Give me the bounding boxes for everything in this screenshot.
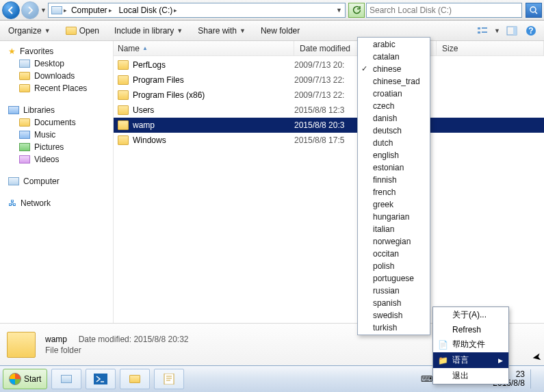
language-option[interactable]: french: [358, 186, 430, 198]
start-button[interactable]: Start: [3, 369, 47, 389]
new-folder-button[interactable]: New folder: [258, 24, 302, 38]
share-with-button[interactable]: Share with ▼: [195, 24, 248, 38]
computer-icon: [8, 177, 19, 185]
menu-about[interactable]: 关于(A)...: [433, 307, 508, 323]
language-option[interactable]: croatian: [358, 88, 430, 100]
nav-videos[interactable]: Videos: [3, 153, 110, 166]
file-row[interactable]: Windows2015/8/8 17:5: [114, 133, 544, 148]
view-dropdown-icon[interactable]: ▼: [494, 27, 500, 34]
forward-button[interactable]: [21, 1, 39, 19]
libraries-header[interactable]: Libraries: [3, 104, 110, 116]
language-option[interactable]: occitan: [358, 248, 430, 260]
newfolder-label: New folder: [261, 26, 300, 36]
taskbar-app-2[interactable]: [86, 369, 116, 389]
search-button[interactable]: [526, 3, 542, 18]
breadcrumb-dropdown[interactable]: ▼: [336, 7, 342, 14]
include-library-button[interactable]: Include in library ▼: [112, 24, 185, 38]
help-button[interactable]: ?: [523, 23, 539, 38]
language-option[interactable]: turkish: [358, 322, 430, 334]
language-option[interactable]: chinese_trad: [358, 75, 430, 88]
language-option[interactable]: greek: [358, 198, 430, 211]
language-option[interactable]: portuguese: [358, 272, 430, 285]
menu-language[interactable]: 📁 语言 ▶: [433, 352, 508, 368]
tray-keyboard-icon[interactable]: ⌨: [421, 374, 432, 384]
file-row[interactable]: Users2015/8/8 12:3: [114, 103, 544, 118]
file-name: Program Files: [133, 75, 184, 85]
breadcrumb-drive[interactable]: Local Disk (C:) ▸: [116, 5, 181, 15]
nav-downloads[interactable]: Downloads: [3, 70, 110, 82]
show-desktop-button[interactable]: [530, 369, 537, 389]
language-option[interactable]: russian: [358, 285, 430, 297]
column-size[interactable]: Size: [437, 41, 544, 55]
view-options-button[interactable]: [475, 23, 490, 38]
language-option[interactable]: chinese: [358, 63, 430, 75]
column-headers: Name ▲ Date modified Size: [114, 41, 544, 56]
app-icon: [61, 375, 72, 383]
organize-button[interactable]: Organize ▼: [5, 24, 53, 38]
nav-music[interactable]: Music: [3, 129, 110, 141]
nav-network[interactable]: 🖧 Network: [3, 197, 110, 209]
language-option[interactable]: catalan: [358, 51, 430, 63]
file-name: Users: [133, 105, 154, 115]
language-option[interactable]: arabic: [358, 38, 430, 51]
file-name: Program Files (x86): [133, 90, 205, 100]
language-option[interactable]: czech: [358, 100, 430, 112]
language-option[interactable]: spanish: [358, 297, 430, 309]
svg-rect-2: [478, 31, 480, 34]
notes-icon: [163, 374, 175, 384]
preview-pane-button[interactable]: [504, 23, 519, 38]
file-row[interactable]: PerfLogs2009/7/13 20:: [114, 57, 544, 73]
file-row[interactable]: Program Files2009/7/13 22:: [114, 73, 544, 88]
taskbar-app-4[interactable]: [154, 369, 184, 389]
file-row[interactable]: Program Files (x86)2009/7/13 22:: [114, 88, 544, 103]
videos-icon: [19, 155, 30, 164]
nav-desktop[interactable]: Desktop: [3, 57, 110, 70]
nav-history-dropdown[interactable]: ▼: [40, 7, 47, 14]
breadcrumb-drive-label: Local Disk (C:): [119, 5, 173, 15]
language-option[interactable]: norwegian: [358, 235, 430, 248]
file-row[interactable]: wamp2015/8/8 20:3: [114, 118, 544, 133]
breadcrumb-bar[interactable]: ▸ Computer ▸ Local Disk (C:) ▸ ▼: [48, 3, 346, 18]
menu-help[interactable]: 📄 帮助文件: [433, 337, 508, 352]
blank-icon: [437, 325, 448, 335]
drive-icon: [51, 6, 62, 14]
folder-icon: [118, 135, 129, 145]
language-option[interactable]: finnish: [358, 174, 430, 186]
back-button[interactable]: [2, 1, 20, 19]
open-button[interactable]: Open: [63, 24, 102, 38]
help-doc-icon: 📄: [437, 340, 448, 350]
menu-exit[interactable]: 退出: [433, 368, 508, 384]
powershell-icon: [94, 374, 107, 384]
libraries-label: Libraries: [23, 105, 55, 115]
tray-context-menu: 关于(A)... Refresh 📄 帮助文件 📁 语言 ▶ 退出: [432, 306, 509, 384]
nav-pictures[interactable]: Pictures: [3, 141, 110, 153]
language-option[interactable]: hungarian: [358, 211, 430, 223]
language-option[interactable]: dutch: [358, 137, 430, 149]
language-option[interactable]: deutsch: [358, 125, 430, 137]
details-folder-icon: [7, 332, 36, 358]
nav-computer[interactable]: Computer: [3, 175, 110, 187]
language-option[interactable]: swedish: [358, 309, 430, 322]
nav-recent-places[interactable]: Recent Places: [3, 82, 110, 94]
blank-icon: [437, 371, 448, 381]
taskbar-explorer[interactable]: [120, 369, 150, 389]
search-input[interactable]: Search Local Disk (C:): [366, 3, 522, 18]
refresh-button[interactable]: [348, 3, 365, 18]
nav-documents[interactable]: Documents: [3, 116, 110, 129]
music-icon: [19, 131, 30, 139]
language-option[interactable]: danish: [358, 112, 430, 125]
details-name: wamp: [45, 335, 67, 344]
chevron-icon: ▸: [109, 7, 112, 14]
root-chevron-icon[interactable]: ▸: [64, 7, 67, 14]
breadcrumb-computer[interactable]: Computer ▸: [68, 5, 115, 15]
taskbar-app-1[interactable]: [51, 369, 81, 389]
language-option[interactable]: italian: [358, 223, 430, 235]
column-name[interactable]: Name ▲: [114, 41, 294, 55]
submenu-arrow-icon: ▶: [498, 357, 503, 364]
menu-refresh[interactable]: Refresh: [433, 323, 508, 337]
language-option[interactable]: english: [358, 149, 430, 161]
language-option[interactable]: polish: [358, 260, 430, 272]
folder-icon: [19, 72, 30, 80]
language-option[interactable]: estonian: [358, 161, 430, 174]
favorites-header[interactable]: ★ Favorites: [3, 45, 110, 57]
